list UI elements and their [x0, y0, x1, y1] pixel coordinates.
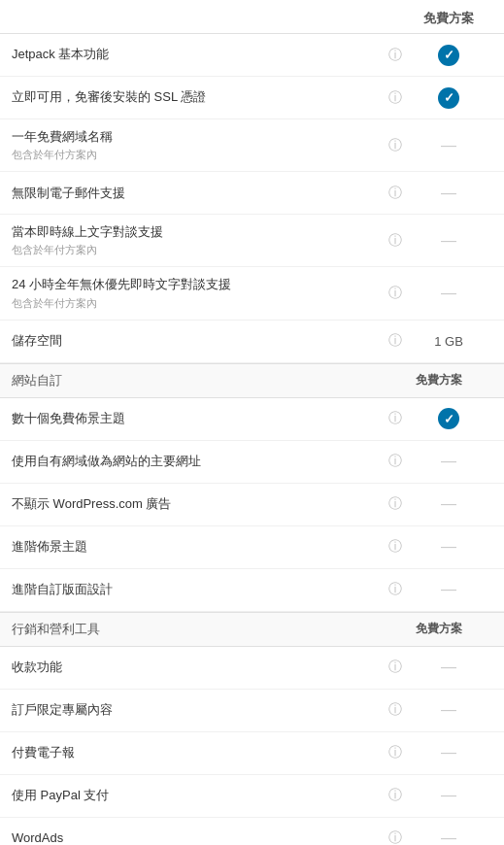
info-icon[interactable]: ⓘ: [386, 787, 405, 804]
info-icon[interactable]: ⓘ: [386, 285, 405, 302]
dash-icon: —: [441, 701, 456, 718]
row-label-container: 數十個免費佈景主題: [12, 410, 386, 427]
row-main-text: 使用 PayPal 支付: [12, 787, 378, 804]
row-value: —: [405, 185, 492, 202]
info-icon[interactable]: ⓘ: [386, 185, 405, 202]
row-value: 1 GB: [405, 334, 492, 349]
row-main-text: 數十個免費佈景主題: [12, 410, 378, 427]
row-label-container: Jetpack 基本功能: [12, 46, 386, 63]
table-row: 訂戶限定專屬內容 ⓘ —: [0, 690, 504, 732]
row-value: —: [405, 232, 492, 250]
row-main-text: 訂戶限定專屬內容: [12, 701, 378, 719]
section-plan-label: 免費方案: [386, 372, 492, 389]
info-icon[interactable]: ⓘ: [386, 581, 405, 598]
info-icon[interactable]: ⓘ: [386, 538, 405, 556]
row-value: —: [405, 538, 492, 556]
row-label-container: 24 小時全年無休優先即時文字對談支援 包含於年付方案內: [12, 276, 386, 310]
info-icon[interactable]: ⓘ: [386, 89, 405, 107]
table-row: 一年免費網域名稱 包含於年付方案內 ⓘ —: [0, 119, 504, 172]
row-value: ✓: [405, 408, 492, 429]
row-main-text: 無限制電子郵件支援: [12, 185, 378, 202]
dash-icon: —: [441, 581, 456, 597]
row-label-container: 付費電子報: [12, 744, 386, 761]
row-label-container: 一年免費網域名稱 包含於年付方案內: [12, 128, 386, 162]
section-header-marketing: 行銷和營利工具 免費方案: [0, 612, 504, 647]
row-sublabel: 包含於年付方案內: [12, 243, 378, 257]
row-value: —: [405, 787, 492, 804]
row-main-text: WordAds: [12, 829, 378, 845]
table-row: Jetpack 基本功能 ⓘ ✓: [0, 34, 504, 77]
info-icon[interactable]: ⓘ: [386, 47, 405, 64]
table-row: 不顯示 WordPress.com 廣告 ⓘ —: [0, 484, 504, 526]
info-icon[interactable]: ⓘ: [386, 701, 405, 719]
info-icon[interactable]: ⓘ: [386, 232, 405, 250]
row-main-text: 付費電子報: [12, 744, 378, 761]
dash-icon: —: [441, 538, 456, 555]
info-icon[interactable]: ⓘ: [386, 453, 405, 470]
table-header: 免費方案: [0, 0, 504, 34]
dash-icon: —: [441, 232, 456, 249]
row-sublabel: 包含於年付方案內: [12, 148, 378, 162]
dash-icon: —: [441, 787, 456, 803]
table-row: 進階佈景主題 ⓘ —: [0, 526, 504, 569]
dash-icon: —: [441, 829, 456, 845]
row-value: —: [405, 829, 492, 845]
table-row: 使用 PayPal 支付 ⓘ —: [0, 775, 504, 818]
row-label-container: 無限制電子郵件支援: [12, 185, 386, 202]
row-label-container: 收款功能: [12, 659, 386, 676]
dash-icon: —: [441, 744, 456, 760]
row-value: —: [405, 137, 492, 154]
row-label-container: 儲存空間: [12, 332, 386, 350]
table-row: 儲存空間 ⓘ 1 GB: [0, 321, 504, 363]
check-icon: ✓: [438, 408, 459, 429]
row-label-container: 不顯示 WordPress.com 廣告: [12, 495, 386, 513]
check-icon: ✓: [438, 45, 459, 66]
row-value: —: [405, 744, 492, 761]
section-plan-label: 免費方案: [386, 621, 492, 637]
dash-icon: —: [441, 285, 456, 301]
table-row: 無限制電子郵件支援 ⓘ —: [0, 172, 504, 215]
dash-icon: —: [441, 185, 456, 201]
check-icon: ✓: [438, 87, 459, 109]
table-row: 進階自訂版面設計 ⓘ —: [0, 569, 504, 612]
info-icon[interactable]: ⓘ: [386, 829, 405, 845]
table-row: 使用自有網域做為網站的主要網址 ⓘ —: [0, 441, 504, 484]
info-icon[interactable]: ⓘ: [386, 744, 405, 761]
row-value: —: [405, 285, 492, 302]
row-main-text: 收款功能: [12, 659, 378, 676]
row-value: —: [405, 453, 492, 470]
row-value: —: [405, 581, 492, 598]
row-label-container: 使用 PayPal 支付: [12, 787, 386, 804]
row-label-container: 進階佈景主題: [12, 538, 386, 556]
table-row: 收款功能 ⓘ —: [0, 647, 504, 690]
row-main-text: Jetpack 基本功能: [12, 46, 378, 63]
section-title: 行銷和營利工具: [12, 621, 386, 638]
row-main-text: 進階佈景主題: [12, 538, 378, 556]
row-value: —: [405, 659, 492, 676]
row-main-text: 當本即時線上文字對談支援: [12, 223, 378, 241]
table-row: 當本即時線上文字對談支援 包含於年付方案內 ⓘ —: [0, 215, 504, 267]
row-main-text: 儲存空間: [12, 332, 378, 350]
info-icon[interactable]: ⓘ: [386, 410, 405, 427]
info-icon[interactable]: ⓘ: [386, 332, 405, 350]
info-icon[interactable]: ⓘ: [386, 495, 405, 513]
table-row: 數十個免費佈景主題 ⓘ ✓: [0, 398, 504, 441]
table-body: Jetpack 基本功能 ⓘ ✓ 立即可用，免審後安裝的 SSL 憑證 ⓘ ✓ …: [0, 34, 504, 845]
dash-icon: —: [441, 453, 456, 469]
row-main-text: 進階自訂版面設計: [12, 581, 378, 598]
info-icon[interactable]: ⓘ: [386, 659, 405, 676]
comparison-table: 免費方案 Jetpack 基本功能 ⓘ ✓ 立即可用，免審後安裝的 SSL 憑證…: [0, 0, 504, 845]
table-row: 立即可用，免審後安裝的 SSL 憑證 ⓘ ✓: [0, 77, 504, 119]
row-value: —: [405, 495, 492, 513]
section-title: 網站自訂: [12, 372, 386, 389]
row-main-text: 24 小時全年無休優先即時文字對談支援: [12, 276, 378, 293]
row-sublabel: 包含於年付方案內: [12, 296, 378, 311]
table-row: WordAds ⓘ —: [0, 818, 504, 845]
dash-icon: —: [441, 659, 456, 675]
table-row: 付費電子報 ⓘ —: [0, 732, 504, 775]
header-plan-label: 免費方案: [405, 10, 492, 27]
row-label-container: 訂戶限定專屬內容: [12, 701, 386, 719]
row-main-text: 立即可用，免審後安裝的 SSL 憑證: [12, 88, 378, 106]
row-label-container: 進階自訂版面設計: [12, 581, 386, 598]
info-icon[interactable]: ⓘ: [386, 137, 405, 154]
